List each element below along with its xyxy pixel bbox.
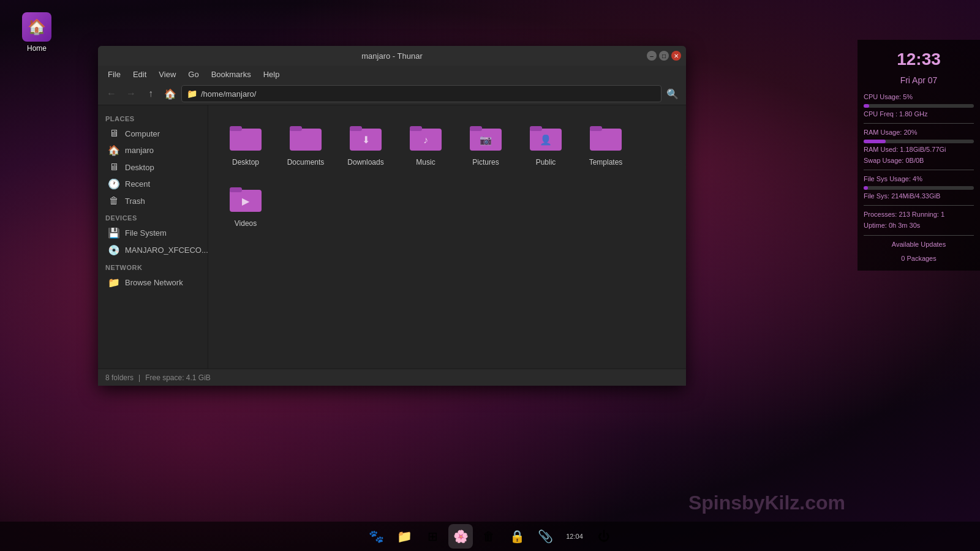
svg-rect-2 <box>290 129 322 151</box>
taskbar-trash-icon[interactable]: 🗑 <box>477 524 501 549</box>
taskbar-clock: 12:04 <box>561 530 588 542</box>
menu-file[interactable]: File <box>103 69 126 80</box>
window-title: manjaro - Thunar <box>361 51 422 61</box>
cpu-usage-label: CPU Usage: 5% <box>864 92 974 103</box>
sidebar-item-filesystem[interactable]: 💾 File System <box>100 225 205 241</box>
file-name-music: Music <box>416 158 435 167</box>
filesystem-label: File System <box>125 228 167 238</box>
svg-text:▶: ▶ <box>242 196 250 206</box>
sidebar-item-manjaro-drive[interactable]: 💿 MANJARO_XFCECO... ⏏ <box>100 242 205 258</box>
menu-bookmarks[interactable]: Bookmarks <box>206 69 256 80</box>
taskbar-network-icon[interactable]: 🔒 <box>505 524 529 549</box>
taskbar-power-icon[interactable]: ⏻ <box>592 524 616 549</box>
search-button[interactable]: 🔍 <box>664 85 681 102</box>
desktop-home-icon[interactable]: 🏠 Home <box>12 12 61 53</box>
taskbar-clip-icon[interactable]: 📎 <box>533 524 557 549</box>
close-button[interactable]: ✕ <box>671 51 681 61</box>
status-separator: | <box>138 373 140 382</box>
file-item-public[interactable]: 👤 Public <box>518 115 573 171</box>
sidebar-item-computer[interactable]: 🖥 Computer <box>100 126 205 141</box>
drive-label: MANJARO_XFCECO... <box>125 246 208 255</box>
file-item-templates[interactable]: Templates <box>578 115 633 171</box>
sidebar-item-manjaro[interactable]: 🏠 manjaro <box>100 142 205 159</box>
network-label: Network <box>98 259 208 274</box>
avail-updates-label: Available Updates <box>864 239 974 250</box>
desktop-sidebar-icon: 🖥 <box>108 162 120 173</box>
system-monitor-widget: 12:33 Fri Apr 07 CPU Usage: 5% CPU Freq … <box>858 40 980 271</box>
trash-sidebar-icon: 🗑 <box>108 195 120 206</box>
taskbar-active-icon[interactable]: 🌸 <box>448 524 473 549</box>
recent-label: Recent <box>125 179 150 189</box>
file-item-desktop[interactable]: Desktop <box>218 115 273 171</box>
address-input[interactable] <box>201 89 656 99</box>
trash-sidebar-label: Trash <box>125 197 145 206</box>
devices-label: Devices <box>98 209 208 224</box>
file-item-downloads[interactable]: ⬇ Downloads <box>338 115 393 171</box>
uptime-label: Uptime: 0h 3m 30s <box>864 220 974 231</box>
window-controls: – □ ✕ <box>647 51 681 61</box>
sidebar-item-desktop[interactable]: 🖥 Desktop <box>100 159 205 175</box>
forward-button[interactable]: → <box>123 85 140 102</box>
svg-text:♪: ♪ <box>423 135 428 145</box>
file-item-music[interactable]: ♪ Music <box>398 115 453 171</box>
filesys-label: File Sys: 214MiB/4.33GiB <box>864 191 974 202</box>
folder-count: 8 folders <box>105 373 134 382</box>
file-name-videos: Videos <box>235 219 257 228</box>
menu-edit[interactable]: Edit <box>128 69 151 80</box>
taskbar-grid-icon[interactable]: ⊞ <box>420 524 445 549</box>
folder-icon-documents <box>288 120 323 154</box>
places-label: Places <box>98 110 208 125</box>
ram-usage-bar <box>864 140 974 143</box>
recent-icon: 🕐 <box>108 178 120 190</box>
file-name-downloads: Downloads <box>347 158 383 167</box>
minimize-button[interactable]: – <box>647 51 657 61</box>
svg-rect-5 <box>350 126 362 131</box>
title-bar: manjaro - Thunar – □ ✕ <box>98 46 686 66</box>
folder-icon-templates <box>589 120 623 154</box>
sidebar-item-recent[interactable]: 🕐 Recent <box>100 176 205 192</box>
processes-label: Processes: 213 Running: 1 <box>864 209 974 220</box>
free-space: Free space: 4.1 GiB <box>145 373 211 382</box>
monitor-date: Fri Apr 07 <box>864 73 974 87</box>
filesys-usage-label: File Sys Usage: 4% <box>864 174 974 185</box>
menu-view[interactable]: View <box>154 69 181 80</box>
svg-text:📷: 📷 <box>480 134 492 146</box>
svg-text:👤: 👤 <box>540 134 552 146</box>
folder-icon-downloads: ⬇ <box>349 120 383 154</box>
desktop-sidebar-label: Desktop <box>125 163 154 172</box>
home-sidebar-icon: 🏠 <box>108 144 120 156</box>
computer-label: Computer <box>125 129 160 138</box>
thunar-window: manjaro - Thunar – □ ✕ File Edit View Go… <box>98 46 686 386</box>
up-button[interactable]: ↑ <box>142 85 159 102</box>
packages-label: 0 Packages <box>864 253 974 264</box>
sidebar-item-trash[interactable]: 🗑 Trash <box>100 193 205 209</box>
manjaro-label: manjaro <box>125 146 154 155</box>
menu-go[interactable]: Go <box>183 69 203 80</box>
folder-icon-videos: ▶ <box>228 181 263 216</box>
file-item-pictures[interactable]: 📷 Pictures <box>458 115 513 171</box>
svg-rect-11 <box>470 126 482 131</box>
folder-icon-music: ♪ <box>409 120 443 154</box>
back-button[interactable]: ← <box>103 85 120 102</box>
svg-rect-19 <box>230 187 242 192</box>
home-icon: 🏠 <box>22 12 51 42</box>
maximize-button[interactable]: □ <box>659 51 669 61</box>
home-icon-label: Home <box>27 44 47 53</box>
status-bar: 8 folders | Free space: 4.1 GiB <box>98 369 686 386</box>
file-item-documents[interactable]: Documents <box>278 115 333 171</box>
svg-rect-8 <box>410 126 422 131</box>
svg-text:⬇: ⬇ <box>362 135 370 145</box>
home-button[interactable]: 🏠 <box>162 85 179 102</box>
swap-label: Swap Usage: 0B/0B <box>864 156 974 167</box>
file-item-videos[interactable]: ▶ Videos <box>218 176 273 233</box>
menu-help[interactable]: Help <box>258 69 285 80</box>
svg-rect-3 <box>290 126 302 131</box>
file-name-documents: Documents <box>287 158 325 167</box>
taskbar-files-icon[interactable]: 📁 <box>392 524 417 549</box>
svg-rect-1 <box>230 126 242 131</box>
sidebar-item-browse-network[interactable]: 📁 Browse Network <box>100 274 205 291</box>
sidebar: Places 🖥 Computer 🏠 manjaro 🖥 Desktop 🕐 … <box>98 105 208 369</box>
address-bar-icon: 📁 <box>187 89 197 99</box>
menu-bar: File Edit View Go Bookmarks Help <box>98 66 686 83</box>
taskbar-xfce-icon[interactable]: 🐾 <box>364 524 388 549</box>
